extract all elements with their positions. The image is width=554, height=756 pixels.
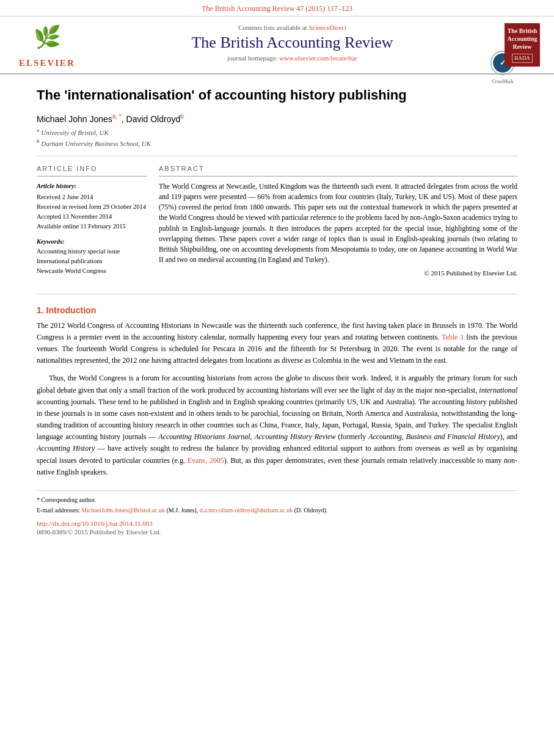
article-content: ✓ CrossMark The 'internationalisation' o…	[0, 75, 554, 289]
keyword-1: Accounting history special issue	[37, 247, 147, 256]
affiliation-b-sup: b	[37, 138, 40, 144]
authors-line: Michael John Jonesa, *, David Oldroydb	[37, 113, 517, 124]
divider-1	[37, 156, 517, 156]
science-direct-link[interactable]: ScienceDirect	[308, 24, 346, 31]
abstract-column: ABSTRACT The World Congress at Newcastle…	[159, 165, 517, 277]
issn-line: 0890-8389/© 2015 Published by Elsevier L…	[37, 528, 517, 536]
keywords-label: Keywords:	[37, 238, 147, 245]
abstract-divider	[159, 176, 517, 176]
article-info-heading: ARTICLE INFO	[37, 165, 147, 172]
doi-link[interactable]: http://dx.doi.org/10.1016/j.bar.2014.11.…	[37, 520, 517, 527]
footnotes-section: * Corresponding author. E-mail addresses…	[37, 490, 517, 515]
abstract-heading: ABSTRACT	[159, 165, 517, 172]
top-bar: The British Accounting Review 47 (2015) …	[0, 0, 554, 16]
table1-link[interactable]: Table 1	[442, 333, 464, 341]
badge-title-line1: The British	[508, 27, 538, 35]
bada-logo: BADA	[512, 54, 533, 64]
email-label: E-mail addresses:	[37, 507, 80, 514]
corresponding-author-note: * Corresponding author.	[37, 496, 517, 504]
international-italic: international	[479, 386, 517, 394]
affiliation-b: b Durham University Business School, UK	[37, 138, 517, 147]
email1-name: (M.J. Jones),	[167, 507, 199, 514]
affiliation-a-text: University of Bristol, UK	[41, 129, 109, 136]
journal-name-4: Accounting History	[37, 444, 95, 453]
author-sep: , David Oldroyd	[122, 114, 180, 123]
copyright-line: © 2015 Published by Elsevier Ltd.	[159, 269, 517, 277]
homepage-url[interactable]: www.elsevier.com/locate/bar	[279, 54, 357, 62]
email2-name: (D. Oldroyd).	[294, 507, 328, 514]
corresponding-label: * Corresponding author.	[37, 496, 96, 503]
journal-badge-block: The British Accounting Review BADA	[498, 21, 547, 68]
journal-title: The British Accounting Review	[93, 34, 492, 52]
journal-homepage: journal homepage: www.elsevier.com/locat…	[93, 54, 492, 62]
journal-name-2: Accounting History Review	[254, 432, 335, 441]
author1-sup: a, *	[112, 113, 122, 120]
email2-link[interactable]: d.a.mccollum-oldroyd@durham.ac.uk	[200, 507, 293, 514]
article-info-abstract: ARTICLE INFO Article history: Received 2…	[37, 165, 517, 277]
evans-2005-link[interactable]: Evans, 2005	[188, 456, 224, 465]
history-label: Article history:	[37, 181, 147, 191]
affiliation-a-sup: a	[37, 127, 40, 133]
history-date-3: Accepted 13 November 2014	[37, 212, 147, 222]
badge-title-line3: Review	[508, 43, 538, 51]
body-paragraph-2: Thus, the World Congress is a forum for …	[37, 373, 517, 478]
history-date-2: Received in revised form 29 October 2014	[37, 202, 147, 212]
journal-header: 🌿 ELSEVIER Contents lists available at S…	[0, 16, 554, 75]
main-body: 1. Introduction The 2012 World Congress …	[0, 299, 554, 478]
email1-link[interactable]: MichaelJohn.Jones@Bristol.ac.uk	[81, 507, 165, 514]
history-date-1: Received 2 June 2014	[37, 192, 147, 202]
journal-name-3: Accounting, Business and Financial Histo…	[368, 432, 500, 441]
elsevier-tree-icon: 🌿	[20, 21, 75, 58]
journal-name-1: Accounting Historians Journal	[158, 432, 250, 441]
article-history-block: Article history: Received 2 June 2014 Re…	[37, 181, 147, 231]
svg-text:🌿: 🌿	[34, 24, 61, 50]
affiliation-a: a University of Bristol, UK	[37, 127, 517, 136]
badge-title-line2: Accounting	[508, 35, 538, 43]
article-info-column: ARTICLE INFO Article history: Received 2…	[37, 165, 147, 277]
author2-sup: b	[180, 113, 184, 120]
history-date-4: Available online 11 February 2015	[37, 222, 147, 231]
divider-2	[37, 294, 517, 294]
contents-text: Contents lists available at	[238, 24, 307, 31]
article-title: The 'internationalisation' of accounting…	[37, 87, 517, 104]
homepage-label: journal homepage:	[227, 54, 277, 62]
journal-ref-link[interactable]: The British Accounting Review 47 (2015) …	[202, 4, 352, 13]
email-footnote: E-mail addresses: MichaelJohn.Jones@Bris…	[37, 506, 517, 515]
keyword-2: International publications	[37, 256, 147, 266]
author1-name: Michael John Jones	[37, 114, 112, 123]
affiliation-b-text: Durham University Business School, UK	[41, 140, 151, 147]
crossmark-label: CrossMark	[488, 79, 517, 84]
publisher-logo: 🌿 ELSEVIER	[7, 21, 87, 68]
affiliations-block: a University of Bristol, UK b Durham Uni…	[37, 127, 517, 147]
section1-heading: 1. Introduction	[37, 305, 517, 315]
journal-title-block: Contents lists available at ScienceDirec…	[93, 21, 492, 68]
elsevier-wordmark: ELSEVIER	[19, 58, 75, 68]
body-paragraph-1: The 2012 World Congress of Accounting Hi…	[37, 320, 517, 367]
abstract-text: The World Congress at Newcastle, United …	[159, 181, 517, 266]
keywords-section: Keywords: Accounting history special iss…	[37, 238, 147, 275]
info-divider	[37, 176, 147, 176]
keyword-3: Newcastle World Congress	[37, 266, 147, 276]
journal-badge: The British Accounting Review BADA	[505, 23, 541, 67]
contents-available-line: Contents lists available at ScienceDirec…	[93, 24, 492, 31]
